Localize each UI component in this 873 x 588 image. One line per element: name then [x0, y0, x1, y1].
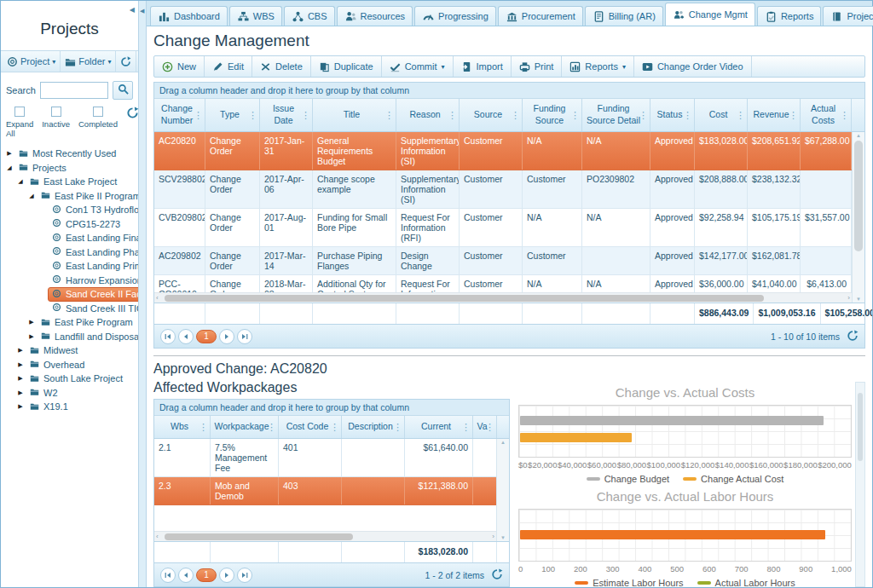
column-header-funding-source-detail[interactable]: Funding Source Detail⋮: [582, 99, 650, 131]
toolbar-button-print[interactable]: Print: [512, 56, 563, 77]
toolbar-button-import[interactable]: Import: [454, 56, 512, 77]
tree-collapsed-arrow-icon[interactable]: ▶: [15, 403, 26, 410]
column-header-funding-source[interactable]: Funding Source⋮: [523, 99, 582, 131]
tree-item-most-recently-used[interactable]: ▶Most Recently Used: [1, 147, 138, 161]
column-header-issue-date[interactable]: Issue Date⋮: [260, 99, 313, 131]
scroll-right-icon[interactable]: ›: [847, 293, 850, 303]
pager-refresh-button[interactable]: [847, 330, 859, 343]
column-menu-icon[interactable]: ⋮: [199, 421, 208, 433]
tab-procurement[interactable]: Procurement: [498, 6, 583, 26]
scroll-right-icon[interactable]: ›: [492, 532, 494, 541]
toolbar-button-change-order-video[interactable]: Change Order Video: [634, 56, 752, 77]
scrollbar-thumb[interactable]: [854, 141, 863, 251]
column-header-description[interactable]: Description⋮: [342, 416, 405, 438]
vertical-scrollbar[interactable]: [855, 382, 865, 587]
checkbox-inactive[interactable]: Inactive: [42, 107, 70, 129]
column-header-status[interactable]: Status⋮: [650, 99, 695, 131]
tab-resources[interactable]: Resources: [337, 6, 413, 26]
table-row[interactable]: 2.17.5% Management Fee401$61,640.00: [154, 439, 509, 477]
tab-wbs[interactable]: WBS: [229, 6, 282, 26]
tree-collapsed-arrow-icon[interactable]: ▶: [15, 389, 26, 396]
column-menu-icon[interactable]: ⋮: [393, 421, 402, 433]
tree-item-overhead[interactable]: ▶Overhead: [1, 358, 138, 372]
pager-prev-button[interactable]: [178, 329, 194, 344]
pager-prev-button[interactable]: [178, 568, 194, 583]
tree-collapsed-arrow-icon[interactable]: ▶: [4, 150, 14, 157]
tree-item-east-pike-ii-program[interactable]: ◢East Pike II Program: [1, 189, 138, 204]
tree-collapsed-arrow-icon[interactable]: ▶: [26, 319, 37, 326]
tab-reports[interactable]: Reports: [757, 6, 822, 26]
tree-item-x19-1[interactable]: ▶X19.1: [1, 400, 138, 414]
column-menu-icon[interactable]: ⋮: [736, 109, 745, 121]
pager-refresh-button[interactable]: [491, 568, 503, 582]
tree-item-projects[interactable]: ◢Projects: [1, 161, 138, 176]
tree-item-east-lake-project[interactable]: ◢East Lake Project: [1, 175, 138, 189]
tab-change-mgmt[interactable]: Change Mgmt: [665, 3, 755, 26]
column-header-cost-code[interactable]: Cost Code⋮: [279, 416, 342, 438]
pager-first-button[interactable]: [160, 568, 176, 583]
tree-expanded-arrow-icon[interactable]: ◢: [15, 178, 26, 185]
pager-current-page[interactable]: 1: [196, 330, 217, 343]
scroll-up-icon[interactable]: ▲: [853, 133, 864, 138]
checkbox-box[interactable]: [14, 107, 25, 117]
column-menu-icon[interactable]: ⋮: [194, 109, 203, 121]
tab-billing-ar[interactable]: Billing (AR): [585, 6, 663, 26]
column-menu-icon[interactable]: ⋮: [248, 109, 257, 121]
toolbar-button-edit[interactable]: Edit: [205, 56, 252, 77]
toolbar-button-commit[interactable]: Commit▾: [382, 56, 454, 77]
scroll-down-icon[interactable]: ▼: [853, 297, 864, 302]
column-menu-icon[interactable]: ⋮: [639, 109, 648, 121]
tree-expanded-arrow-icon[interactable]: ◢: [4, 164, 14, 171]
tree-item-east-landing-primary[interactable]: East Landing Primary: [1, 259, 138, 274]
tab-cbs[interactable]: CBS: [284, 6, 335, 26]
tree-item-w2[interactable]: ▶W2: [1, 386, 138, 401]
tree-collapsed-arrow-icon[interactable]: ▶: [15, 361, 26, 368]
tree-item-sand-creek-ii-facility[interactable]: Sand Creek II Facility: [1, 287, 138, 302]
horizontal-scrollbar[interactable]: ‹ ›: [154, 531, 496, 541]
tree-item-landfill-and-disposals[interactable]: ▶Landfill and Disposals: [1, 330, 138, 344]
checkbox-expand-all[interactable]: Expand All: [6, 107, 33, 138]
tree-collapsed-arrow-icon[interactable]: ▶: [15, 347, 26, 354]
table-row[interactable]: 2.3Mob and Demob403$121,388.00: [154, 477, 509, 505]
column-header-change-number[interactable]: Change Number⋮: [154, 99, 205, 131]
tree-collapsed-arrow-icon[interactable]: ▶: [15, 375, 26, 382]
column-menu-icon[interactable]: ⋮: [683, 109, 692, 121]
scrollbar-thumb[interactable]: [165, 533, 353, 540]
tree-item-east-landing-phase-iii[interactable]: East Landing Phase III: [1, 245, 138, 260]
column-menu-icon[interactable]: ⋮: [301, 109, 310, 121]
tree-collapsed-arrow-icon[interactable]: ▶: [26, 333, 37, 340]
tree-item-con1-t3-hydroflot[interactable]: Con1 T3 Hydroflot: [1, 203, 138, 217]
toolbar-button-reports[interactable]: Reports▾: [562, 56, 634, 77]
sidebar-collapse-icon[interactable]: ◀: [130, 6, 135, 14]
tree-item-sand-creek-iii-tic[interactable]: Sand Creek III TIC: [1, 302, 138, 316]
column-menu-icon[interactable]: ⋮: [448, 109, 457, 121]
table-row[interactable]: CVB2098020Change Order2017-Aug-01Funding…: [154, 209, 864, 247]
column-header-title[interactable]: Title⋮: [313, 99, 396, 131]
toolbar-button-refresh[interactable]: [116, 51, 136, 72]
column-menu-icon[interactable]: ⋮: [267, 421, 276, 433]
column-menu-icon[interactable]: ⋮: [511, 109, 520, 121]
tree-item-east-landing-final[interactable]: East Landing Final: [1, 231, 138, 245]
toolbar-button-delete[interactable]: Delete: [252, 56, 311, 77]
column-menu-icon[interactable]: ⋮: [840, 109, 849, 121]
table-row[interactable]: AC209802Change Order2017-Mar-14Purchase …: [154, 247, 864, 275]
scrollbar-thumb[interactable]: [858, 393, 863, 461]
sidebar-splitter[interactable]: ◀: [139, 1, 147, 587]
tree-item-midwest[interactable]: ▶Midwest: [1, 343, 138, 358]
column-menu-icon[interactable]: ⋮: [384, 109, 394, 121]
pager-current-page[interactable]: 1: [196, 568, 217, 582]
toolbar-button-folder[interactable]: Folder▾: [61, 51, 116, 72]
column-menu-icon[interactable]: ⋮: [485, 421, 494, 433]
tree-item-harrow-expansion-t2[interactable]: Harrow Expansion T2: [1, 274, 138, 288]
tab-project-management[interactable]: Project Management: [823, 6, 873, 26]
tree-item-cpg15-2273[interactable]: CPG15-2273: [1, 217, 138, 232]
scroll-left-icon[interactable]: ‹: [156, 532, 159, 541]
column-menu-icon[interactable]: ⋮: [570, 109, 580, 121]
pager-next-button[interactable]: [219, 568, 234, 583]
column-header-wbs[interactable]: Wbs⋮: [154, 416, 211, 438]
horizontal-scrollbar[interactable]: ‹ ›: [154, 292, 852, 303]
tree-refresh-button[interactable]: [126, 107, 139, 123]
pager-last-button[interactable]: [237, 568, 252, 583]
vertical-scrollbar[interactable]: ▲ ▼: [852, 132, 864, 303]
column-header-workpackage[interactable]: Workpackage⋮: [211, 416, 279, 438]
